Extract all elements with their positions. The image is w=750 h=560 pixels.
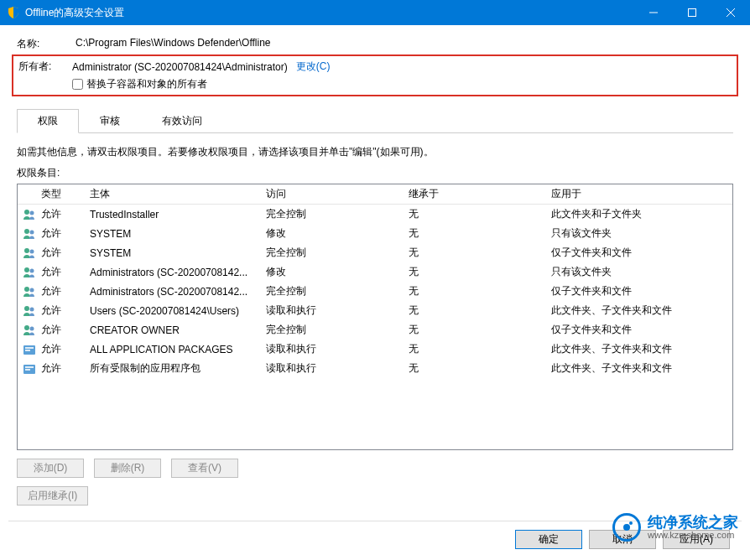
row-access: 完全控制 (266, 207, 409, 221)
people-icon (23, 285, 36, 298)
row-applies: 只有该文件夹 (551, 226, 727, 241)
row-principal: Administrators (SC-20200708142... (90, 267, 266, 278)
remove-button[interactable]: 删除(R) (94, 459, 161, 478)
row-type: 允许 (41, 303, 90, 318)
name-label: 名称: (17, 37, 76, 51)
instructions-text: 如需其他信息，请双击权限项目。若要修改权限项目，请选择该项目并单击"编辑"(如果… (17, 145, 733, 159)
row-access: 读取和执行 (266, 303, 409, 318)
owner-highlight-box: 所有者: Administrator (SC-202007081424\Admi… (12, 54, 738, 96)
name-value: C:\Program Files\Windows Defender\Offlin… (76, 37, 271, 51)
row-type: 允许 (41, 342, 90, 356)
col-access[interactable]: 访问 (266, 187, 409, 201)
footer-buttons: 确定 取消 应用(A) (17, 530, 733, 549)
row-access: 完全控制 (266, 246, 409, 260)
close-button[interactable] (711, 0, 750, 25)
row-principal: ALL APPLICATION PACKAGES (90, 344, 266, 355)
row-access: 完全控制 (266, 284, 409, 298)
replace-children-label: 替换子容器和对象的所有者 (86, 77, 207, 91)
row-type: 允许 (41, 265, 90, 279)
permission-row[interactable]: 允许SYSTEM完全控制无仅子文件夹和文件 (18, 243, 732, 262)
row-access: 修改 (266, 226, 409, 241)
package-icon (23, 343, 36, 356)
tab-1[interactable]: 审核 (79, 109, 141, 133)
owner-value: Administrator (SC-202007081424\Administr… (72, 61, 288, 73)
permission-row[interactable]: 允许SYSTEM修改无只有该文件夹 (18, 224, 732, 243)
permission-row[interactable]: 允许ALL APPLICATION PACKAGES读取和执行无此文件夹、子文件… (18, 340, 732, 359)
col-applies[interactable]: 应用于 (551, 187, 727, 201)
permission-row[interactable]: 允许Administrators (SC-20200708142...完全控制无… (18, 282, 732, 301)
replace-children-checkbox[interactable]: 替换子容器和对象的所有者 (72, 74, 732, 91)
enable-inherit-button[interactable]: 启用继承(I) (17, 486, 88, 506)
row-principal: Administrators (SC-20200708142... (90, 286, 266, 298)
permission-row[interactable]: 允许Users (SC-202007081424\Users)读取和执行无此文件… (18, 301, 732, 320)
row-access: 读取和执行 (266, 342, 409, 356)
view-button[interactable]: 查看(V) (171, 459, 238, 478)
window-title: Offline的高级安全设置 (25, 6, 634, 20)
row-applies: 仅子文件夹和文件 (551, 284, 727, 298)
permission-row[interactable]: 允许CREATOR OWNER完全控制无仅子文件夹和文件 (18, 320, 732, 340)
row-inherit: 无 (409, 265, 551, 279)
permission-entries-label: 权限条目: (17, 166, 733, 180)
row-access: 修改 (266, 265, 409, 279)
tabs: 权限审核有效访问 (17, 108, 733, 133)
name-row: 名称: C:\Program Files\Windows Defender\Of… (17, 37, 733, 51)
row-applies: 此文件夹、子文件夹和文件 (551, 361, 727, 376)
cancel-button[interactable]: 取消 (589, 530, 656, 549)
change-owner-link[interactable]: 更改(C) (296, 60, 331, 74)
row-type: 允许 (41, 361, 90, 376)
permission-row[interactable]: 允许所有受限制的应用程序包读取和执行无此文件夹、子文件夹和文件 (18, 359, 732, 378)
row-applies: 仅子文件夹和文件 (551, 246, 727, 260)
row-inherit: 无 (409, 246, 551, 260)
list-header: 类型 主体 访问 继承于 应用于 (18, 184, 732, 205)
minimize-button[interactable] (634, 0, 673, 25)
row-applies: 此文件夹和子文件夹 (551, 207, 727, 221)
svg-rect-1 (689, 9, 696, 17)
owner-label: 所有者: (13, 60, 72, 74)
apply-button[interactable]: 应用(A) (663, 530, 730, 549)
row-type: 允许 (41, 323, 90, 337)
row-type: 允许 (41, 246, 90, 260)
col-type[interactable]: 类型 (41, 187, 90, 201)
col-principal[interactable]: 主体 (90, 187, 266, 201)
ok-button[interactable]: 确定 (515, 530, 582, 549)
row-type: 允许 (41, 207, 90, 221)
row-principal: 所有受限制的应用程序包 (90, 361, 266, 376)
row-applies: 仅子文件夹和文件 (551, 323, 727, 337)
people-icon (23, 266, 36, 279)
tab-2[interactable]: 有效访问 (141, 109, 223, 133)
row-access: 读取和执行 (266, 361, 409, 376)
row-inherit: 无 (409, 284, 551, 298)
tab-0[interactable]: 权限 (17, 109, 79, 133)
people-icon (23, 246, 36, 260)
row-applies: 只有该文件夹 (551, 265, 727, 279)
row-inherit: 无 (409, 323, 551, 337)
row-inherit: 无 (409, 207, 551, 221)
row-inherit: 无 (409, 342, 551, 356)
titlebar: Offline的高级安全设置 (0, 0, 750, 25)
row-type: 允许 (41, 226, 90, 241)
people-icon (23, 304, 36, 318)
maximize-button[interactable] (673, 0, 711, 25)
row-principal: TrustedInstaller (90, 209, 266, 220)
entry-buttons: 添加(D) 删除(R) 查看(V) (17, 459, 733, 478)
row-access: 完全控制 (266, 323, 409, 337)
row-inherit: 无 (409, 303, 551, 318)
row-inherit: 无 (409, 226, 551, 241)
people-icon (23, 208, 36, 221)
add-button[interactable]: 添加(D) (17, 459, 84, 478)
row-principal: CREATOR OWNER (90, 324, 266, 336)
permission-row[interactable]: 允许TrustedInstaller完全控制无此文件夹和子文件夹 (18, 205, 732, 224)
replace-children-input[interactable] (72, 79, 83, 90)
row-type: 允许 (41, 284, 90, 298)
permission-row[interactable]: 允许Administrators (SC-20200708142...修改无只有… (18, 262, 732, 282)
row-principal: SYSTEM (90, 228, 266, 240)
shield-icon (7, 6, 20, 19)
package-icon (23, 362, 36, 376)
permission-list[interactable]: 类型 主体 访问 继承于 应用于 允许TrustedInstaller完全控制无… (17, 184, 733, 450)
footer-separator (8, 521, 742, 521)
row-principal: Users (SC-202007081424\Users) (90, 305, 266, 317)
col-inherit[interactable]: 继承于 (409, 187, 551, 201)
row-inherit: 无 (409, 361, 551, 376)
people-icon (23, 227, 36, 241)
people-icon (23, 324, 36, 337)
